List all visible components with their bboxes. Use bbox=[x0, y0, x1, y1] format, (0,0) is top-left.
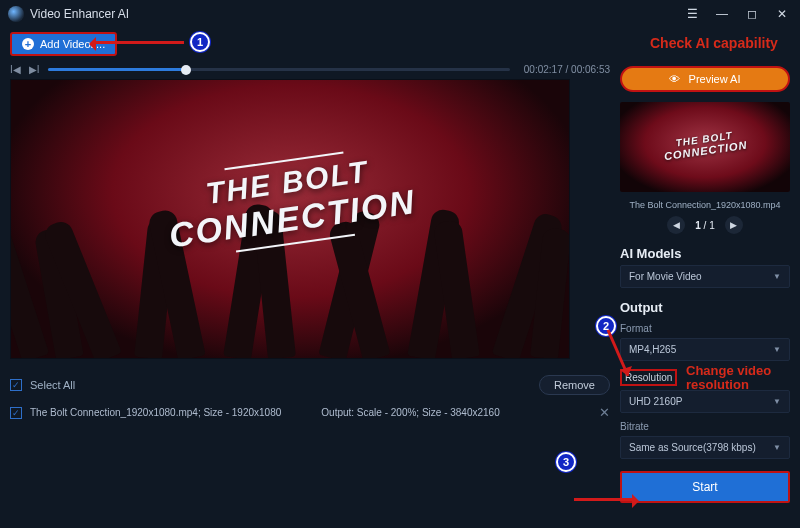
remove-button[interactable]: Remove bbox=[539, 375, 610, 395]
row-output: Output: Scale - 200%; Size - 3840x2160 bbox=[321, 407, 499, 418]
progress-slider[interactable] bbox=[48, 68, 510, 71]
format-select[interactable]: MP4,H265 ▼ bbox=[620, 338, 790, 361]
toolbar: + Add Videos... bbox=[0, 28, 800, 58]
resolution-select[interactable]: UHD 2160P ▼ bbox=[620, 390, 790, 413]
ai-model-select[interactable]: For Movie Video ▼ bbox=[620, 265, 790, 288]
time-display: 00:02:17 / 00:06:53 bbox=[524, 64, 610, 75]
thumbnail-filename: The Bolt Connection_1920x1080.mp4 bbox=[620, 200, 790, 210]
preview-ai-button[interactable]: Preview AI bbox=[620, 66, 790, 92]
video-preview: THE BOLT CONNECTION bbox=[10, 79, 570, 359]
format-value: MP4,H265 bbox=[629, 344, 676, 355]
right-panel: Preview AI THE BOLT CONNECTION The Bolt … bbox=[620, 58, 790, 503]
chevron-down-icon: ▼ bbox=[773, 345, 781, 354]
select-all-checkbox[interactable]: ✓ bbox=[10, 379, 22, 391]
output-heading: Output bbox=[620, 300, 790, 315]
transport-controls: I◀ ▶I 00:02:17 / 00:06:53 bbox=[10, 64, 610, 75]
bitrate-value: Same as Source(3798 kbps) bbox=[629, 442, 756, 453]
settings-icon[interactable]: ☰ bbox=[682, 7, 702, 21]
bitrate-select[interactable]: Same as Source(3798 kbps) ▼ bbox=[620, 436, 790, 459]
resolution-value: UHD 2160P bbox=[629, 396, 682, 407]
chevron-down-icon: ▼ bbox=[773, 397, 781, 406]
next-frame-button[interactable]: ▶I bbox=[29, 64, 40, 75]
pager-next-button[interactable]: ▶ bbox=[725, 216, 743, 234]
plus-icon: + bbox=[22, 38, 34, 50]
row-filename: The Bolt Connection_1920x1080.mp4; Size … bbox=[30, 407, 281, 418]
close-button[interactable]: ✕ bbox=[772, 7, 792, 21]
bitrate-label: Bitrate bbox=[620, 421, 790, 432]
ai-model-value: For Movie Video bbox=[629, 271, 702, 282]
titlebar: Video Enhancer AI ☰ — ◻ ✕ bbox=[0, 0, 800, 28]
format-label: Format bbox=[620, 323, 790, 334]
pager-position: 1 / 1 bbox=[695, 220, 714, 231]
maximize-button[interactable]: ◻ bbox=[742, 7, 762, 21]
add-videos-label: Add Videos... bbox=[40, 38, 105, 50]
app-title: Video Enhancer AI bbox=[30, 7, 129, 21]
prev-frame-button[interactable]: I◀ bbox=[10, 64, 21, 75]
select-all-label: Select All bbox=[30, 379, 75, 391]
resolution-label: Resolution bbox=[620, 369, 677, 386]
row-remove-icon[interactable]: ✕ bbox=[599, 405, 610, 420]
video-list-row[interactable]: ✓ The Bolt Connection_1920x1080.mp4; Siz… bbox=[10, 405, 610, 420]
output-thumbnail: THE BOLT CONNECTION bbox=[620, 102, 790, 192]
chevron-down-icon: ▼ bbox=[773, 443, 781, 452]
row-checkbox[interactable]: ✓ bbox=[10, 407, 22, 419]
start-button[interactable]: Start bbox=[620, 471, 790, 503]
app-logo-icon bbox=[8, 6, 24, 22]
thumbnail-pager: ◀ 1 / 1 ▶ bbox=[620, 216, 790, 234]
add-videos-button[interactable]: + Add Videos... bbox=[10, 32, 117, 56]
pager-prev-button[interactable]: ◀ bbox=[667, 216, 685, 234]
minimize-button[interactable]: — bbox=[712, 7, 732, 21]
chevron-down-icon: ▼ bbox=[773, 272, 781, 281]
ai-models-heading: AI Models bbox=[620, 246, 790, 261]
